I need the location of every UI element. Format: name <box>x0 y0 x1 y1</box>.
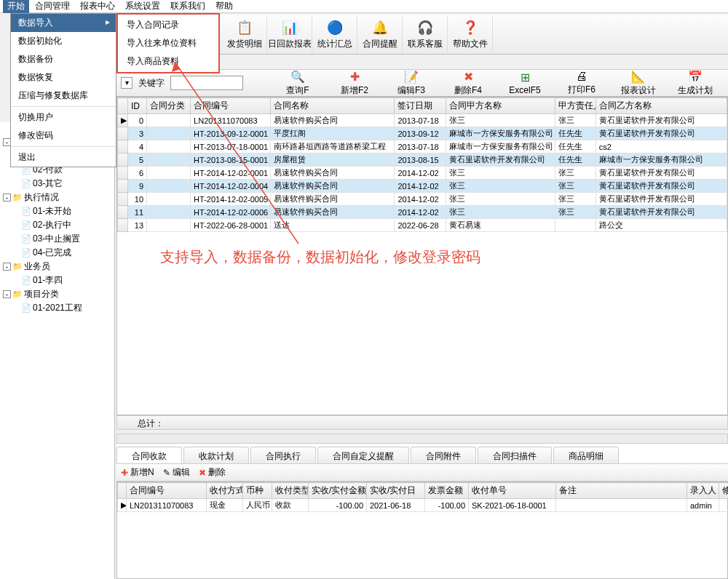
edit-icon: ✎ <box>163 468 170 478</box>
menu-contact[interactable]: 联系我们 <box>166 0 210 13</box>
lower-add[interactable]: ✚新增N <box>121 466 154 479</box>
menu-data-import[interactable]: 数据导入 <box>11 14 116 32</box>
col-header[interactable]: 修改 <box>719 483 729 499</box>
col-header[interactable]: 合同分类 <box>147 98 191 114</box>
col-header[interactable]: 实收/实付金额 <box>309 483 367 499</box>
delete-icon: ✖ <box>464 70 473 84</box>
col-header[interactable]: 合同乙方名称 <box>596 98 727 114</box>
tb-reminder[interactable]: 🔔合同提醒 <box>357 16 403 53</box>
col-header[interactable]: 合同编号 <box>127 483 207 499</box>
col-header[interactable]: 收付单号 <box>469 483 556 499</box>
tree-node[interactable]: -📁项目分类 <box>1 287 113 301</box>
tb-service[interactable]: 🎧联系客服 <box>403 16 448 53</box>
menu-compact-db[interactable]: 压缩与修复数据库 <box>11 87 116 105</box>
tab-payment[interactable]: 合同收款 <box>116 447 182 463</box>
col-header[interactable]: 合同编号 <box>191 98 271 114</box>
tree-node[interactable]: 📄03-中止搁置 <box>1 232 113 246</box>
col-header[interactable] <box>118 483 127 499</box>
btn-report-design[interactable]: 📐报表设计 <box>616 70 661 97</box>
table-row[interactable]: 13HT-2022-06-28-0001送达2022-06-28黄石易速路公交 <box>118 219 727 232</box>
stats-icon: 🔵 <box>326 19 344 36</box>
sidebar-tree: 📄1-2021-📁收付类型📄01-收款📄02-付款📄03-其它-📁执行情况📄01… <box>0 122 115 579</box>
tab-goods[interactable]: 商品明细 <box>553 447 619 463</box>
menu-change-pw[interactable]: 修改密码 <box>11 127 116 145</box>
table-row[interactable]: 6HT-2014-12-02-0001易速软件购买合同2014-12-02张三张… <box>118 167 727 180</box>
tab-plan[interactable]: 收款计划 <box>183 447 249 463</box>
table-row[interactable]: 11HT-2014-12-02-0006易速软件购买合同2014-12-02张三… <box>118 206 727 219</box>
btn-print[interactable]: 🖨打印F6 <box>559 70 604 96</box>
table-row[interactable]: 9HT-2014-12-02-0004易速软件购买合同2014-12-02张三张… <box>118 180 727 193</box>
print-icon: 🖨 <box>576 70 587 83</box>
col-header[interactable]: 备注 <box>556 483 687 499</box>
tb-shipping-detail[interactable]: 📋发货明细 <box>222 16 267 53</box>
col-header[interactable]: 甲方责任人 <box>555 98 596 114</box>
col-header[interactable]: 合同甲方名称 <box>446 98 555 114</box>
col-header[interactable]: 发票金额 <box>425 483 469 499</box>
tb-daily-report[interactable]: 📊日回款报表 <box>267 16 312 53</box>
col-header[interactable]: 收付方式 <box>207 483 243 499</box>
menu-report[interactable]: 报表中心 <box>76 0 119 13</box>
import-contract[interactable]: 导入合同记录 <box>118 16 218 34</box>
lower-edit[interactable]: ✎编辑 <box>163 466 190 479</box>
table-row[interactable]: 10HT-2014-12-02-0005易速软件购买合同2014-12-02张三… <box>118 193 727 206</box>
tree-node[interactable]: 📄03-其它 <box>1 177 113 191</box>
col-header[interactable]: 录入人 <box>687 483 719 499</box>
col-header[interactable] <box>118 98 128 114</box>
lower-toolbar: ✚新增N ✎编辑 ✖删除 <box>116 464 728 482</box>
tree-node[interactable]: 📄01-未开始 <box>1 204 113 218</box>
headset-icon: 🎧 <box>416 19 434 36</box>
menubar: 开始 合同管理 报表中心 系统设置 联系我们 帮助 <box>0 0 728 13</box>
import-units[interactable]: 导入往来单位资料 <box>118 34 218 52</box>
tree-node[interactable]: -📁执行情况 <box>1 191 113 204</box>
tree-node[interactable]: 📄02-执行中 <box>1 218 113 232</box>
table-row[interactable]: ▶LN201311070083现金人民币收款-100.002021-06-18-… <box>118 499 729 512</box>
table-row[interactable]: ▶0LN201311070083易速软件购买合同2013-07-18张三张三黄石… <box>118 114 727 127</box>
keyword-input[interactable] <box>170 76 243 90</box>
menu-contract[interactable]: 合同管理 <box>31 0 74 13</box>
menu-data-backup[interactable]: 数据备份 <box>11 50 116 68</box>
col-header[interactable]: 合同名称 <box>271 98 395 114</box>
col-header[interactable]: 收付类型 <box>272 483 309 499</box>
import-goods[interactable]: 导入商品资料 <box>118 52 218 71</box>
menu-system[interactable]: 系统设置 <box>121 0 165 13</box>
btn-gen-plan[interactable]: 📅生成计划 <box>673 70 718 97</box>
lower-tabs: 合同收款 收款计划 合同执行 合同自定义提醒 合同附件 合同扫描件 商品明细 <box>116 444 728 464</box>
tb-stats[interactable]: 🔵统计汇总 <box>312 16 357 53</box>
lower-delete[interactable]: ✖删除 <box>199 466 226 479</box>
menu-data-restore[interactable]: 数据恢复 <box>11 68 116 87</box>
col-header[interactable]: 签订日期 <box>395 98 446 114</box>
tab-attach[interactable]: 合同附件 <box>411 447 476 463</box>
menu-exit[interactable]: 退出 <box>11 148 116 167</box>
col-header[interactable]: 实收/实付日 <box>367 483 425 499</box>
design-icon: 📐 <box>631 70 646 84</box>
tree-node[interactable]: -📁业务员 <box>1 260 113 273</box>
tree-node[interactable]: 📄01-李四 <box>1 273 113 287</box>
menu-data-init[interactable]: 数据初始化 <box>11 32 116 50</box>
btn-query[interactable]: 🔍查询F <box>275 70 320 97</box>
table-row[interactable]: 5HT-2013-08-15-0001房屋租赁2013-08-15黄石里诺软件开… <box>118 153 727 167</box>
lower-grid: 合同编号收付方式币种收付类型实收/实付金额实收/实付日发票金额收付单号备注录入人… <box>116 482 728 579</box>
edit-icon: 📝 <box>404 70 419 84</box>
tb-help[interactable]: ❓帮助文件 <box>448 16 493 53</box>
btn-edit[interactable]: 📝编辑F3 <box>389 70 434 97</box>
tree-node[interactable]: 📄01-2021工程 <box>1 301 113 315</box>
table-row[interactable]: 4HT-2013-07-18-0001南环路碁垣西路等道路桥梁工程2013-07… <box>118 140 727 153</box>
table-row[interactable]: 3HT-2013-09-12-0001平度扛阁2013-09-12麻城市一方保安… <box>118 127 727 140</box>
keyword-dropdown-icon[interactable]: ▾ <box>121 77 132 89</box>
plus-icon: ✚ <box>121 468 128 478</box>
menu-switch-user[interactable]: 切换用户 <box>11 108 116 127</box>
bell-icon: 🔔 <box>371 19 389 36</box>
btn-add[interactable]: ✚新增F2 <box>332 70 377 97</box>
tree-node[interactable]: 📄04-已完成 <box>1 246 113 260</box>
col-header[interactable]: ID <box>128 98 147 114</box>
tab-custom-reminder[interactable]: 合同自定义提醒 <box>317 447 409 463</box>
tab-scan[interactable]: 合同扫描件 <box>478 447 552 463</box>
delete-icon: ✖ <box>199 468 206 478</box>
tab-exec[interactable]: 合同执行 <box>250 447 316 463</box>
menu-start[interactable]: 开始 <box>3 0 29 13</box>
btn-delete[interactable]: ✖删除F4 <box>446 70 491 97</box>
btn-excel[interactable]: ⊞ExcelF5 <box>502 71 547 95</box>
menu-help[interactable]: 帮助 <box>211 0 237 13</box>
plus-icon: ✚ <box>350 70 360 84</box>
col-header[interactable]: 币种 <box>243 483 272 499</box>
